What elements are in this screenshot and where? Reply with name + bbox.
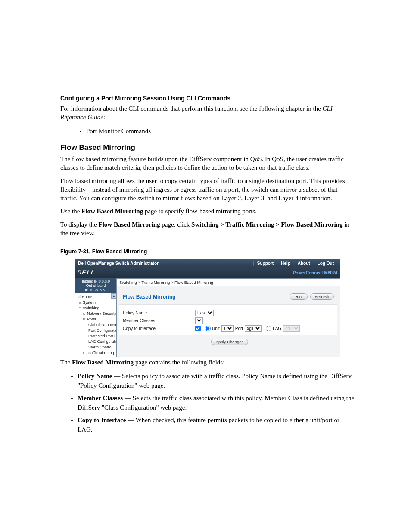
after-fig-intro: The Flow Based Mirroring page contains t… — [60, 358, 355, 367]
tree-home[interactable]: 📄Home — [76, 294, 116, 300]
about-link[interactable]: About — [294, 261, 314, 266]
text: page to specify flow-based mirroring por… — [143, 208, 257, 215]
tree-storm[interactable]: Storm Control — [76, 345, 116, 350]
text: Traffic Mirroring — [87, 351, 114, 355]
section-heading-cli: Configuring a Port Mirroring Session Usi… — [60, 95, 355, 102]
term: Member Classes — [78, 395, 123, 401]
label-policy-name: Policy Name — [123, 311, 195, 315]
text: : — [103, 114, 105, 121]
document-page: Configuring a Port Mirroring Session Usi… — [0, 0, 411, 532]
text: Network Security — [87, 311, 116, 316]
tree-system[interactable]: ⊞System — [76, 300, 116, 305]
tree-tmirror[interactable]: ⊟Traffic Mirroring — [76, 350, 116, 356]
tree-pconf[interactable]: Port Configuratio — [76, 328, 116, 333]
select-lag: ch1 — [283, 325, 300, 332]
apply-changes-button[interactable]: Apply Changes — [211, 339, 248, 345]
app-title: Dell OpenManage Switch Administrator — [78, 261, 159, 266]
field-list: Policy Name — Selects policy to associat… — [60, 371, 355, 435]
bold: Flow Based Mirroring — [72, 359, 134, 366]
breadcrumb: Switching > Traffic Mirroring > Flow Bas… — [117, 278, 340, 286]
apply-row: Apply Changes — [119, 335, 337, 346]
section2-p2: Flow based mirroring allows the user to … — [60, 177, 355, 203]
tree-lag[interactable]: LAG Configuratio — [76, 339, 116, 345]
text: page contains the following fields: — [134, 359, 224, 366]
logout-link[interactable]: Log Out — [314, 261, 337, 266]
label-member-classes: Member Classes — [123, 318, 195, 323]
scroll-up-icon[interactable]: ▴ — [111, 293, 116, 299]
radio-lag[interactable] — [266, 326, 271, 331]
label-lag: LAG — [273, 326, 281, 331]
panel-body: Policy Name East Member Classes Copy to … — [119, 304, 337, 335]
panel: Flow Based Mirroring Print Refresh Polic… — [119, 291, 337, 346]
term: Policy Name — [78, 373, 112, 380]
section-heading-flow: Flow Based Mirroring — [60, 143, 355, 152]
panel-title: Flow Based Mirroring — [123, 294, 176, 300]
print-button[interactable]: Print — [290, 293, 308, 300]
refresh-button[interactable]: Refresh — [310, 293, 334, 300]
figure-caption: Figure 7-31. Flow Based Mirroring — [60, 249, 355, 255]
select-port[interactable]: xg1 — [245, 325, 262, 332]
ip-header: Inband IP:0.0.0.0 Out-of-band IP:10.27.5… — [75, 278, 116, 293]
text: Switching — [83, 306, 100, 310]
nav-tree: Inband IP:0.0.0.0 Out-of-band IP:10.27.5… — [75, 278, 117, 357]
row-copy-interface: Copy to Interface Unit 1 Port xg1 LAG ch… — [123, 324, 334, 332]
section1-bullets: Port Monitor Commands — [60, 126, 355, 136]
tree-switching[interactable]: ⊟Switching — [76, 305, 116, 311]
text: Ports — [87, 317, 96, 321]
row-member-classes: Member Classes — [123, 317, 334, 324]
term: Copy to Interface — [78, 417, 126, 423]
section2-p4: To display the Flow Based Mirroring page… — [60, 220, 355, 238]
tree-gparam[interactable]: Global Paramete — [76, 322, 116, 328]
bold: Flow Based Mirroring — [99, 221, 160, 228]
tree-ports[interactable]: ⊟Ports — [76, 317, 116, 322]
desc: — Selects policy to associate with a tra… — [78, 373, 352, 389]
app-topbar: Dell OpenManage Switch Administrator Sup… — [75, 259, 340, 267]
text: To display the — [60, 221, 99, 228]
row-policy-name: Policy Name East — [123, 309, 334, 317]
dell-logo: D E L L — [78, 269, 102, 276]
section1-paragraph: For information about the CLI commands t… — [60, 104, 355, 122]
list-item: Copy to Interface — When checked, this f… — [78, 415, 355, 435]
checkbox-copy-interface[interactable] — [195, 326, 201, 331]
list-item: Member Classes — Selects the traffic cla… — [78, 393, 355, 413]
bold: Flow Based Mirroring — [81, 208, 143, 215]
label-copy-interface: Copy to Interface — [123, 326, 195, 331]
text: System — [83, 300, 96, 305]
panel-header: Flow Based Mirroring Print Refresh — [119, 291, 337, 304]
label-port: Port — [235, 326, 243, 331]
text: The — [60, 359, 72, 366]
text: Port Configuratio — [88, 328, 116, 333]
help-link[interactable]: Help — [277, 261, 294, 266]
text: Protected Port C — [88, 334, 116, 338]
product-name: PowerConnect M8024 — [293, 271, 337, 275]
list-item: Policy Name — Selects policy to associat… — [78, 371, 355, 391]
content-area: Switching > Traffic Mirroring > Flow Bas… — [117, 278, 340, 357]
select-unit[interactable]: 1 — [221, 325, 234, 332]
screenshot-container: Dell OpenManage Switch Administrator Sup… — [75, 259, 340, 357]
text: For information about the CLI commands t… — [60, 105, 323, 112]
select-policy-name[interactable]: East — [195, 310, 214, 316]
text: LAG Configuratio — [88, 339, 116, 344]
section2-p3: Use the Flow Based Mirroring page to spe… — [60, 207, 355, 215]
text: Home — [82, 295, 92, 299]
section2-p1: The flow based mirroring feature builds … — [60, 155, 355, 172]
text: Global Paramete — [88, 323, 116, 327]
radio-unit[interactable] — [205, 326, 211, 331]
bullet-item: Port Monitor Commands — [86, 126, 355, 136]
tree-netsec[interactable]: ⊞Network Security — [76, 311, 116, 317]
text: Use the — [60, 208, 81, 215]
oob-ip: Out-of-band IP:10.27.5.31 — [75, 284, 116, 292]
bold: Switching > Traffic Mirroring > Flow Bas… — [191, 221, 342, 228]
brand-row: D E L L PowerConnect M8024 — [75, 267, 340, 278]
tree-pport[interactable]: Protected Port C — [76, 333, 116, 339]
label-unit: Unit — [212, 326, 220, 331]
support-link[interactable]: Support — [253, 261, 277, 266]
screenshot-main: Inband IP:0.0.0.0 Out-of-band IP:10.27.5… — [75, 278, 340, 357]
select-member-classes[interactable] — [195, 317, 203, 324]
tree-items: ▴ 📄Home ⊞System ⊟Switching ⊞Network Secu… — [75, 293, 116, 357]
text: Storm Control — [88, 345, 112, 349]
text: page, click — [160, 221, 191, 228]
